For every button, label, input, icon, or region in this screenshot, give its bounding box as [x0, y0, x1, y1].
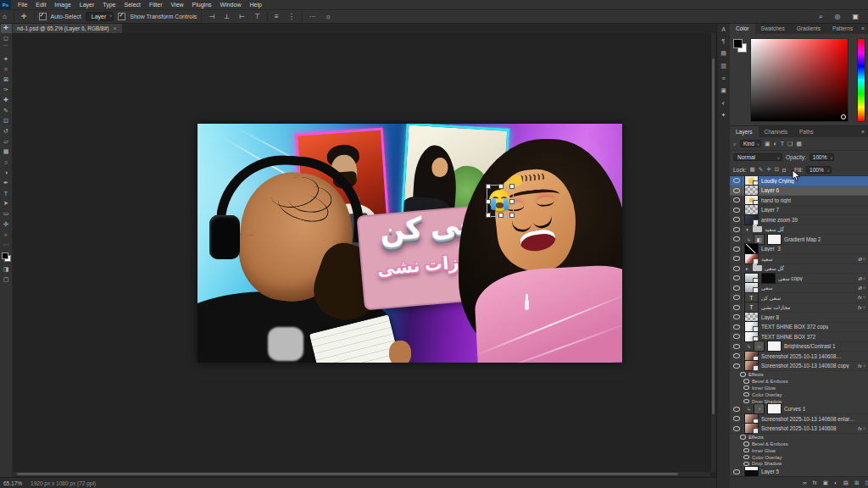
- smart-filter-badge[interactable]: ⊘: [858, 256, 868, 262]
- foreground-color-swatch[interactable]: [2, 252, 8, 259]
- new-layer-icon[interactable]: ⊞: [854, 480, 859, 486]
- effect-row[interactable]: Bevel & Emboss: [730, 378, 868, 385]
- fx-badge[interactable]: fx: [858, 426, 868, 431]
- hue-slider[interactable]: [857, 38, 865, 122]
- transform-handle[interactable]: [486, 199, 491, 204]
- align-right-icon[interactable]: ⊢: [236, 13, 248, 20]
- visibility-toggle[interactable]: [732, 414, 742, 424]
- layer-row[interactable]: TEXT SHINE BOX 372: [730, 332, 868, 342]
- screen-mode-icon[interactable]: ▢: [1, 274, 12, 285]
- color-picker-marker[interactable]: [841, 114, 846, 119]
- layer-name[interactable]: سعی: [761, 285, 773, 291]
- effect-row[interactable]: Drop Shadow: [730, 398, 868, 405]
- layer-name[interactable]: TEXT SHINE BOX 372 copy: [761, 324, 828, 330]
- auto-select-checkbox[interactable]: [39, 13, 47, 20]
- layer-row[interactable]: anime zoom 39: [730, 215, 868, 225]
- visibility-toggle[interactable]: [732, 196, 742, 205]
- layer-style-icon[interactable]: fx: [813, 480, 817, 485]
- frame-tool[interactable]: ⊠: [1, 75, 12, 85]
- layer-row[interactable]: Screenshot 2025-10-13 140608 copy fx: [730, 362, 868, 372]
- layer-mask-thumbnail[interactable]: [761, 273, 776, 284]
- visibility-toggle[interactable]: [732, 284, 742, 293]
- filter-adjustment-icon[interactable]: ◐: [774, 141, 777, 147]
- group-expand-chevron[interactable]: ▾: [744, 227, 750, 232]
- history-panel-icon[interactable]: ◐: [721, 100, 725, 106]
- visibility-toggle[interactable]: [732, 342, 742, 352]
- hand-tool[interactable]: ✣: [1, 219, 12, 230]
- layer-thumbnail[interactable]: [744, 423, 759, 434]
- clone-stamp-tool[interactable]: ⊡: [1, 116, 12, 126]
- visibility-toggle[interactable]: [732, 332, 742, 341]
- menu-image[interactable]: Image: [50, 2, 75, 8]
- layer-name[interactable]: Layer 6: [761, 187, 779, 193]
- adjustments-panel-icon[interactable]: ▥: [721, 63, 726, 69]
- align-top-icon[interactable]: ⊤: [252, 13, 263, 20]
- menu-filter[interactable]: Filter: [145, 2, 167, 8]
- blur-tool[interactable]: ○: [1, 157, 12, 167]
- quick-selection-tool[interactable]: ✦: [1, 54, 12, 64]
- type-tool[interactable]: T: [1, 188, 12, 198]
- delete-layer-icon[interactable]: ▯: [865, 480, 868, 486]
- layer-name[interactable]: Gradient Map 2: [784, 236, 821, 242]
- eye-icon[interactable]: [743, 455, 749, 460]
- visibility-toggle[interactable]: [732, 254, 742, 263]
- lock-artboard-icon[interactable]: ⊡: [775, 166, 779, 173]
- filter-smart-object-icon[interactable]: ▦: [796, 141, 802, 147]
- fill-value[interactable]: 100%: [806, 166, 832, 174]
- menu-view[interactable]: View: [167, 2, 188, 8]
- visibility-toggle[interactable]: [732, 235, 742, 244]
- layer-name[interactable]: Layer 8: [761, 314, 779, 320]
- align-left-icon[interactable]: ⊣: [206, 13, 217, 20]
- effect-row[interactable]: Inner Glow: [730, 385, 868, 391]
- menu-select[interactable]: Select: [120, 2, 145, 8]
- layer-thumbnail[interactable]: [744, 214, 759, 225]
- lock-position-icon[interactable]: ✛: [766, 166, 771, 173]
- panel-menu-icon[interactable]: ≡: [861, 23, 868, 34]
- zoom-tool[interactable]: ⌕: [1, 230, 12, 240]
- transform-handle[interactable]: [509, 199, 515, 204]
- fx-badge[interactable]: fx: [858, 363, 868, 369]
- layer-name[interactable]: سعید: [761, 256, 773, 262]
- smart-filter-badge[interactable]: ⊘: [858, 275, 868, 281]
- menu-help[interactable]: Help: [245, 2, 265, 8]
- workspace-icon[interactable]: ▣: [849, 13, 861, 21]
- gradient-tool[interactable]: ▦: [1, 147, 12, 157]
- layer-row[interactable]: سعید ⊘: [730, 254, 868, 264]
- layer-name[interactable]: Layer 5: [761, 469, 779, 474]
- menu-layer[interactable]: Layer: [75, 2, 99, 8]
- adjustment-layer-icon[interactable]: ◐: [834, 480, 837, 485]
- layer-row[interactable]: Screenshot 2025-10-13 140608 fx: [730, 424, 868, 434]
- character-panel-icon[interactable]: A: [721, 26, 726, 32]
- visibility-toggle[interactable]: [732, 225, 742, 235]
- visibility-toggle[interactable]: [732, 467, 742, 476]
- eye-icon[interactable]: [743, 379, 749, 384]
- smart-filter-badge[interactable]: ⊘: [858, 285, 868, 291]
- target-select-dropdown[interactable]: Layer: [86, 12, 114, 21]
- paragraph-panel-icon[interactable]: ¶: [722, 38, 726, 44]
- visibility-toggle[interactable]: [732, 245, 742, 254]
- layer-name[interactable]: anime zoom 39: [761, 217, 798, 223]
- crop-tool[interactable]: ⌗: [1, 64, 12, 75]
- panel-menu-icon[interactable]: ≡: [861, 126, 868, 137]
- transform-handle[interactable]: [498, 213, 504, 218]
- visibility-toggle[interactable]: [732, 274, 742, 283]
- visibility-toggle[interactable]: [732, 215, 742, 225]
- tab-gradients[interactable]: Gradients: [791, 23, 826, 34]
- effect-row[interactable]: Bevel & Emboss: [730, 441, 868, 447]
- foreground-color-swatch[interactable]: [733, 39, 743, 48]
- menu-plugins[interactable]: Plugins: [188, 2, 216, 8]
- visibility-toggle[interactable]: [732, 352, 742, 361]
- transform-handle[interactable]: [498, 184, 504, 189]
- tab-swatches[interactable]: Swatches: [755, 23, 791, 34]
- visibility-toggle[interactable]: [732, 293, 742, 302]
- distribute-icon[interactable]: ≡: [272, 13, 281, 20]
- layer-name[interactable]: Screenshot 2025-10-13 140608…: [761, 353, 842, 359]
- visibility-toggle[interactable]: [732, 186, 742, 196]
- vertical-scrollbar[interactable]: [711, 33, 715, 472]
- layer-name[interactable]: مجازات نشی: [761, 304, 790, 310]
- add-mask-icon[interactable]: ▣: [823, 480, 828, 486]
- layer-name[interactable]: TEXT SHINE BOX 372: [761, 334, 815, 340]
- link-layers-icon[interactable]: ∞: [803, 480, 807, 485]
- menu-window[interactable]: Window: [216, 2, 246, 8]
- visibility-toggle[interactable]: [732, 323, 742, 332]
